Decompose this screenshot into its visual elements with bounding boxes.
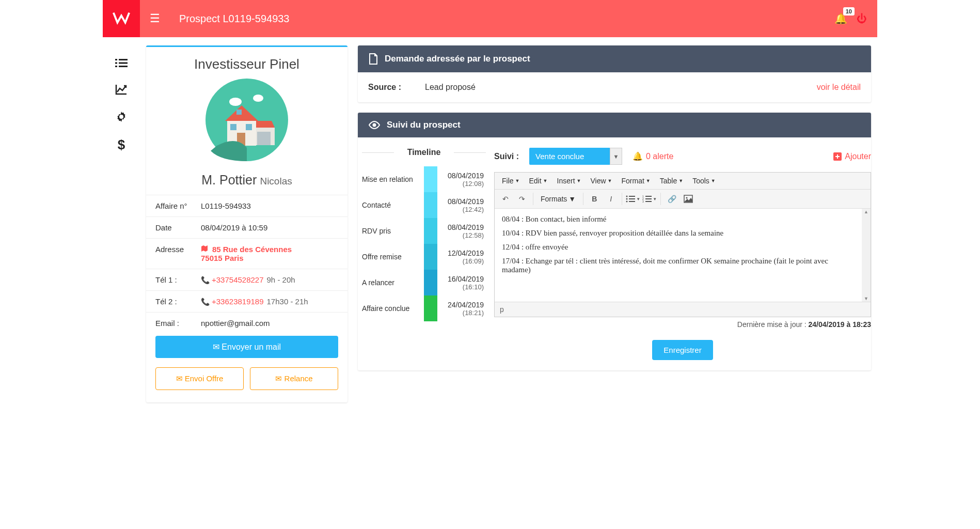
timeline-bar [424,166,437,192]
svg-rect-13 [257,132,271,145]
power-icon[interactable]: ⏻ [857,13,867,25]
timeline-bar [424,295,437,321]
chart-icon[interactable] [115,84,128,95]
envelope-icon: ✉ [176,374,183,383]
timeline-item: Mise en relation 08/04/2019(12:08) [362,166,486,192]
editor-menu-table[interactable]: Table ▼ [656,175,687,187]
profile-card: Investisseur Pinel [146,45,347,402]
svg-rect-29 [645,196,652,197]
address-link[interactable]: 85 Rue des Cévennes75015 Paris [201,245,292,262]
source-value: Lead proposé [425,83,817,92]
info-date: Date 08/04/2019 à 10:59 [146,216,347,238]
eye-icon [368,120,381,130]
timeline: Timeline Mise en relation 08/04/2019(12:… [358,137,490,370]
timeline-date: 24/04/2019(18:21) [437,301,486,317]
editor-menu-file[interactable]: File ▼ [498,175,524,187]
editor-content[interactable]: 08/04 : Bon contact, bien informé10/04 :… [495,209,871,302]
svg-rect-2 [115,63,117,64]
info-affaire: Affaire n° L0119-594933 [146,195,347,216]
profile-title: Investisseur Pinel [146,56,347,72]
tel2-link[interactable]: +33623819189 [212,297,264,306]
tel1-link[interactable]: +33754528227 [212,275,264,284]
notification-badge: 10 [843,7,855,15]
svg-rect-27 [629,201,635,202]
svg-rect-4 [115,66,117,67]
list-icon[interactable] [115,58,128,68]
svg-point-24 [626,198,628,200]
timeline-bar [424,192,437,218]
svg-rect-16 [230,124,236,130]
timeline-label: Contacté [362,201,424,209]
note-line: 08/04 : Bon contact, bien informé [502,215,854,224]
editor-menu-view[interactable]: View ▼ [586,175,616,187]
page-title: Prospect L0119-594933 [179,13,290,25]
info-tel2: Tél 2 : 📞+3362381918917h30 - 21h [146,290,347,312]
suivi-status-select[interactable]: Vente conclue ▼ [529,148,622,165]
chevron-down-icon: ▼ [610,148,622,165]
link-icon[interactable]: 🔗 [664,192,679,206]
timeline-label: Offre remise [362,253,424,261]
notifications-button[interactable]: 🔔 10 [834,12,847,25]
send-offer-button[interactable]: ✉ Envoi Offre [155,367,244,390]
suivi-panel: Suivi du prospect Timeline Mise en relat… [358,113,871,370]
svg-rect-5 [119,66,128,67]
rich-text-editor: File ▼Edit ▼Insert ▼View ▼Format ▼Table … [494,172,871,317]
bell-icon: 🔔 [633,151,643,161]
svg-rect-3 [119,63,128,64]
info-email: Email : npottier@gmail.com [146,312,347,334]
timeline-item: RDV pris 08/04/2019(12:58) [362,218,486,244]
profile-name: M. Pottier Nicolas [146,173,347,188]
plus-icon [833,152,842,161]
svg-rect-0 [115,59,117,60]
timeline-date: 16/04/2019(16:10) [437,275,486,291]
numbered-list-icon[interactable]: 123 ▼ [642,192,657,206]
editor-menu-tools[interactable]: Tools ▼ [688,175,720,187]
svg-rect-19 [236,110,242,115]
add-button[interactable]: Ajouter [833,152,871,161]
italic-icon[interactable]: I [603,192,619,206]
svg-point-22 [626,196,628,197]
relance-button[interactable]: ✉ Relance [250,367,338,390]
envelope-icon: ✉ [275,374,282,383]
alert-link[interactable]: 🔔 0 alerte [633,151,673,161]
editor-menu-insert[interactable]: Insert ▼ [553,175,586,187]
note-line: 12/04 : offre envoyée [502,243,854,252]
info-adresse: Adresse 85 Rue des Cévennes75015 Paris [146,238,347,269]
timeline-date: 08/04/2019(12:58) [437,223,486,239]
send-mail-button[interactable]: ✉ Envoyer un mail [155,336,338,358]
phone-icon: 📞 [201,298,210,306]
gear-icon[interactable] [115,111,128,123]
scrollbar[interactable] [862,209,871,302]
image-icon[interactable] [681,192,696,206]
logo-zone[interactable] [103,0,140,37]
svg-point-35 [686,197,688,199]
save-button[interactable]: Enregistrer [652,340,713,360]
undo-icon[interactable]: ↶ [498,192,513,206]
phone-icon: 📞 [201,276,210,284]
source-label: Source : [368,83,425,92]
formats-dropdown[interactable]: Formats ▼ [536,193,580,205]
demande-header-title: Demande adressée par le prospect [385,54,530,64]
timeline-label: Affaire conclue [362,304,424,313]
document-icon [368,53,378,65]
editor-menu-edit[interactable]: Edit ▼ [525,175,551,187]
sidebar: $ [103,37,140,411]
svg-rect-23 [629,196,635,197]
suivi-header-title: Suivi du prospect [387,120,461,130]
dollar-icon[interactable]: $ [117,138,125,152]
menu-toggle-icon[interactable]: ☰ [150,12,160,25]
bold-icon[interactable]: B [587,192,602,206]
svg-rect-25 [629,198,635,199]
svg-rect-31 [645,198,652,199]
svg-rect-33 [645,201,652,202]
timeline-date: 08/04/2019(12:08) [437,172,486,188]
envelope-icon: ✉ [213,343,219,351]
map-icon [201,245,210,254]
topbar: ☰ Prospect L0119-594933 🔔 10 ⏻ [103,0,877,37]
detail-link[interactable]: voir le détail [817,83,861,92]
last-update: Dernière mise à jour : 24/04/2019 à 18:2… [494,320,871,329]
timeline-date: 08/04/2019(12:42) [437,197,486,213]
editor-menu-format[interactable]: Format ▼ [617,175,654,187]
bullet-list-icon[interactable]: ▼ [625,192,641,206]
redo-icon[interactable]: ↷ [514,192,530,206]
